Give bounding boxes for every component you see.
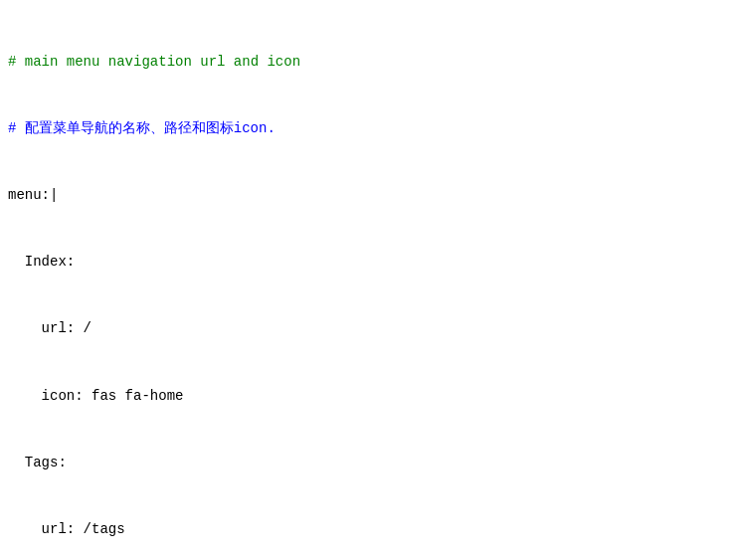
line-3: menu:| [8,184,735,206]
line-6: icon: fas fa-home [8,385,735,407]
line-1: # main menu navigation url and icon [8,51,735,73]
line-5: url: / [8,317,735,339]
line-8: url: /tags [8,518,735,540]
line-7: Tags: [8,452,735,473]
code-editor: # main menu navigation url and icon # 配置… [0,0,743,560]
line-2: # 配置菜单导航的名称、路径和图标icon. [8,117,735,139]
line-4: Index: [8,251,735,273]
